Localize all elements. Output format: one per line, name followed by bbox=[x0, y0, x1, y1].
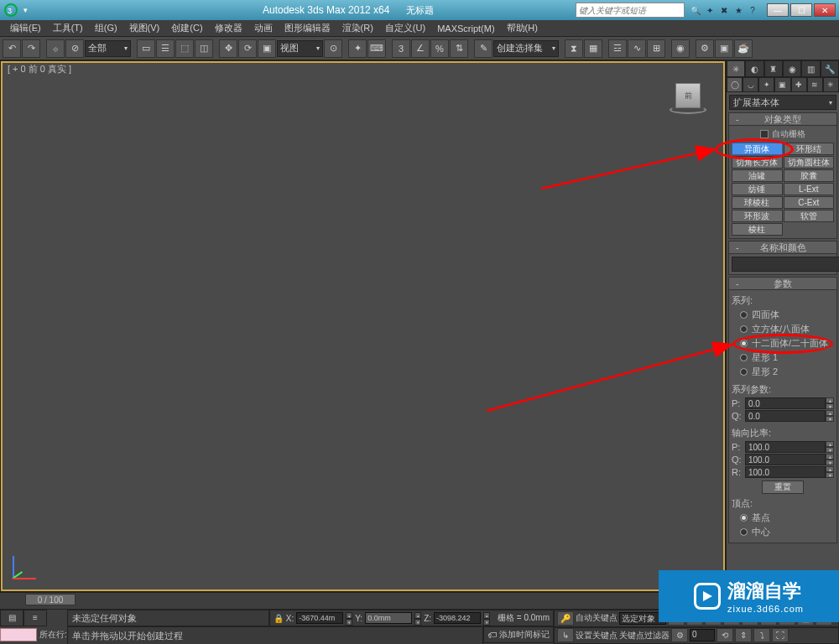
ref-coord-combo[interactable]: 视图 bbox=[277, 40, 323, 57]
minimize-button[interactable]: — bbox=[767, 3, 789, 17]
menu-create[interactable]: 创建(C) bbox=[166, 22, 207, 34]
subtab-helpers[interactable]: ✚ bbox=[791, 77, 807, 92]
exchange-icon[interactable]: ✖ bbox=[718, 4, 730, 16]
infocenter-icon[interactable]: 🔍 bbox=[690, 4, 701, 16]
menu-views[interactable]: 视图(V) bbox=[124, 22, 165, 34]
mini-listener-icon2[interactable]: ≡ bbox=[23, 610, 47, 626]
rotate-button[interactable]: ⟳ bbox=[238, 39, 257, 58]
radio-vertex-center[interactable] bbox=[740, 528, 748, 536]
p-spinner[interactable]: 0.0 bbox=[745, 397, 826, 409]
sign-in-icon[interactable]: ✦ bbox=[704, 4, 716, 16]
menu-edit[interactable]: 编辑(E) bbox=[5, 22, 46, 34]
manipulate-button[interactable]: ✦ bbox=[348, 39, 367, 58]
align-button[interactable]: ▦ bbox=[584, 39, 602, 58]
scale-button[interactable]: ▣ bbox=[258, 39, 276, 58]
btn-chamfer-cyl[interactable]: 切角圆柱体 bbox=[784, 156, 835, 169]
schematic-button[interactable]: ⊞ bbox=[647, 39, 665, 58]
viewcube-face[interactable]: 前 bbox=[675, 83, 701, 108]
menu-animation[interactable]: 动画 bbox=[249, 22, 278, 34]
select-region-button[interactable]: ⬚ bbox=[175, 39, 194, 58]
quick-access-arrow[interactable]: ▾ bbox=[23, 6, 28, 14]
mini-listener-icon[interactable]: ▤ bbox=[0, 610, 23, 626]
nav-maximize-button[interactable]: ⛶ bbox=[772, 628, 789, 642]
btn-torus-knot[interactable]: 环形结 bbox=[784, 143, 835, 155]
radio-vertex-base[interactable] bbox=[740, 514, 748, 522]
keyfilter-button[interactable]: 关键点过滤器 bbox=[619, 630, 670, 641]
subtab-shapes[interactable]: ◡ bbox=[743, 77, 758, 92]
menu-modifiers[interactable]: 修改器 bbox=[210, 22, 248, 34]
subtab-spacewarps[interactable]: ≋ bbox=[807, 77, 823, 92]
radio-star2[interactable] bbox=[740, 368, 748, 376]
autogrid-checkbox[interactable] bbox=[760, 130, 769, 138]
menu-tools[interactable]: 工具(T) bbox=[48, 22, 88, 34]
render-frame-button[interactable]: ▣ bbox=[715, 39, 733, 58]
btn-lext[interactable]: L-Ext bbox=[784, 183, 835, 195]
render-setup-button[interactable]: ⚙ bbox=[696, 39, 714, 58]
tab-modify[interactable]: ◐ bbox=[745, 60, 763, 77]
btn-ringwave[interactable]: 环形波 bbox=[732, 210, 783, 222]
setkey-icon[interactable]: ↳ bbox=[557, 628, 574, 642]
viewport-label[interactable]: [ + 0 前 0 真实 ] bbox=[8, 63, 71, 75]
ratio-p-spinner[interactable]: 100.0 bbox=[745, 441, 826, 453]
setkey-button[interactable]: 设置关键点 bbox=[576, 630, 618, 641]
time-slider[interactable]: 0 / 100 bbox=[25, 594, 76, 605]
mirror-button[interactable]: ⧗ bbox=[565, 39, 583, 58]
menu-graph-editors[interactable]: 图形编辑器 bbox=[279, 22, 336, 34]
tab-motion[interactable]: ◉ bbox=[783, 60, 801, 77]
layers-button[interactable]: ☲ bbox=[608, 39, 627, 58]
close-button[interactable]: ✕ bbox=[814, 3, 836, 17]
time-slider-bar[interactable]: 0 / 100 bbox=[0, 592, 726, 609]
ratio-q-spinner[interactable]: 100.0 bbox=[745, 454, 826, 465]
btn-oiltank[interactable]: 油罐 bbox=[732, 169, 783, 182]
time-config-button[interactable]: ⚙ bbox=[671, 628, 688, 642]
btn-cext[interactable]: C-Ext bbox=[784, 196, 835, 209]
radio-star1[interactable] bbox=[740, 354, 748, 361]
move-button[interactable]: ✥ bbox=[219, 39, 237, 58]
btn-hose[interactable]: 软管 bbox=[784, 210, 835, 222]
q-spinner[interactable]: 0.0 bbox=[745, 410, 826, 422]
btn-spindle[interactable]: 纺锤 bbox=[732, 183, 783, 195]
material-editor-button[interactable]: ◉ bbox=[671, 39, 690, 58]
subtab-systems[interactable]: ✳ bbox=[823, 77, 839, 92]
window-crossing-button[interactable]: ◫ bbox=[195, 39, 213, 58]
angle-snap-button[interactable]: ∠ bbox=[411, 39, 430, 58]
subtab-lights[interactable]: ✦ bbox=[758, 77, 774, 92]
btn-hedra[interactable]: 异面体 bbox=[732, 143, 783, 155]
edit-selection-button[interactable]: ✎ bbox=[474, 39, 492, 58]
autokey-button[interactable]: 自动关键点 bbox=[576, 612, 618, 624]
key-icon[interactable]: 🔑 bbox=[557, 611, 574, 626]
radio-tetra[interactable] bbox=[740, 311, 748, 319]
named-selection-combo[interactable]: 创建选择集 bbox=[493, 40, 559, 57]
select-button[interactable]: ▭ bbox=[137, 39, 155, 58]
viewcube[interactable]: 前 bbox=[670, 83, 706, 114]
link-button[interactable]: ⟐ bbox=[46, 39, 65, 58]
add-time-tag[interactable]: 添加时间标记 bbox=[499, 629, 550, 641]
btn-chamfer-box[interactable]: 切角长方体 bbox=[732, 156, 783, 169]
lock-icon[interactable]: 🔒 bbox=[274, 614, 284, 623]
rollout-object-type[interactable]: 对象类型 bbox=[728, 112, 837, 126]
y-field[interactable]: 0.0mm bbox=[365, 612, 412, 624]
nav-orbit-button[interactable]: ⟲ bbox=[717, 628, 733, 642]
tab-display[interactable]: ▥ bbox=[801, 60, 820, 77]
tab-create[interactable]: ✳ bbox=[727, 60, 745, 77]
keyboard-shortcut-button[interactable]: ⌨ bbox=[367, 39, 386, 58]
viewcube-ring[interactable] bbox=[670, 106, 706, 114]
spinner-snap-button[interactable]: ⇅ bbox=[450, 39, 468, 58]
radio-dodeca-icosa[interactable] bbox=[740, 340, 748, 347]
category-combo[interactable]: 扩展基本体 bbox=[729, 95, 836, 110]
help-icon[interactable]: ? bbox=[747, 4, 758, 16]
tag-icon[interactable]: 🏷 bbox=[487, 630, 497, 640]
unlink-button[interactable]: ⊘ bbox=[65, 39, 84, 58]
radio-cube-octa[interactable] bbox=[740, 325, 748, 333]
rollout-params[interactable]: 参数 bbox=[728, 277, 837, 290]
btn-capsule[interactable]: 胶囊 bbox=[784, 169, 835, 182]
select-name-button[interactable]: ☰ bbox=[156, 39, 175, 58]
menu-help[interactable]: 帮助(H) bbox=[502, 22, 543, 34]
nav-dolly-button[interactable]: ⇕ bbox=[735, 628, 752, 642]
reset-button[interactable]: 重置 bbox=[762, 480, 804, 494]
render-button[interactable]: ☕ bbox=[734, 39, 753, 58]
menu-rendering[interactable]: 渲染(R) bbox=[337, 22, 378, 34]
subtab-geometry[interactable]: ◯ bbox=[727, 77, 743, 92]
snap-toggle-button[interactable]: 3 bbox=[392, 39, 410, 58]
selection-filter-combo[interactable]: 全部 bbox=[85, 40, 131, 57]
